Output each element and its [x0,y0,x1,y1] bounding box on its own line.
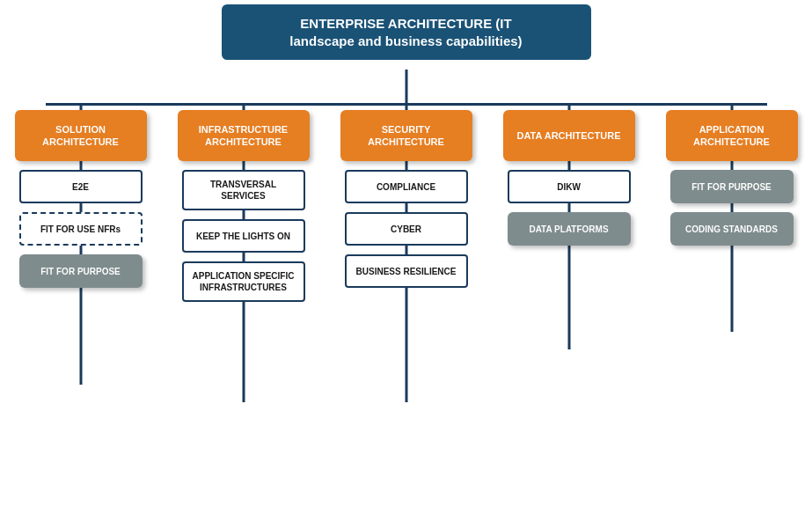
col-solution: SOLUTION ARCHITECTUREE2EFIT FOR USE NFRs… [6,103,156,302]
col-header-solution: SOLUTION ARCHITECTURE [15,110,147,161]
col-header-security: SECURITY ARCHITECTURE [340,110,472,161]
node-infrastructure-0: TRANSVERSAL SERVICES [182,170,305,210]
col-children-security: COMPLIANCECYBERBUSINESS RESILIENCE [340,170,472,288]
node-data-0: DIKW [508,170,631,203]
col-children-solution: E2EFIT FOR USE NFRsFIT FOR PURPOSE [15,170,147,288]
columns-container: SOLUTION ARCHITECTUREE2EFIT FOR USE NFRs… [6,103,807,302]
node-solution-1: FIT FOR USE NFRs [19,212,143,246]
root-line1: ENTERPRISE ARCHITECTURE (IT [300,16,511,31]
col-header-data: DATA ARCHITECTURE [503,110,635,161]
col-header-infrastructure: INFRASTRUCTURE ARCHITECTURE [178,110,310,161]
col-children-infrastructure: TRANSVERSAL SERVICESKEEP THE LIGHTS ONAP… [178,170,310,302]
node-security-2: BUSINESS RESILIENCE [345,254,468,288]
node-infrastructure-2: APPLICATION SPECIFIC INFRASTRUCTURES [182,261,305,302]
col-children-application: FIT FOR PURPOSECODING STANDARDS [666,170,798,246]
root-node: ENTERPRISE ARCHITECTURE (IT landscape an… [222,4,591,60]
node-application-1: CODING STANDARDS [670,212,794,246]
col-header-application: APPLICATION ARCHITECTURE [666,110,798,161]
node-solution-0: E2E [19,170,143,203]
node-infrastructure-1: KEEP THE LIGHTS ON [182,219,305,253]
col-children-data: DIKWDATA PLATFORMS [503,170,635,246]
col-application: APPLICATION ARCHITECTUREFIT FOR PURPOSEC… [657,103,807,302]
node-security-1: CYBER [345,212,468,246]
node-security-0: COMPLIANCE [345,170,468,203]
col-data: DATA ARCHITECTUREDIKWDATA PLATFORMS [494,103,644,302]
diagram: ENTERPRISE ARCHITECTURE (IT landscape an… [6,4,807,503]
root-line2: landscape and business capabilities) [289,33,522,48]
col-security: SECURITY ARCHITECTURECOMPLIANCECYBERBUSI… [332,103,481,302]
node-solution-2: FIT FOR PURPOSE [19,254,143,288]
node-application-0: FIT FOR PURPOSE [670,170,794,203]
col-infrastructure: INFRASTRUCTURE ARCHITECTURETRANSVERSAL S… [169,103,318,302]
horizontal-connector [46,103,767,106]
root-vertical-connector [405,70,407,103]
node-data-1: DATA PLATFORMS [508,212,631,246]
